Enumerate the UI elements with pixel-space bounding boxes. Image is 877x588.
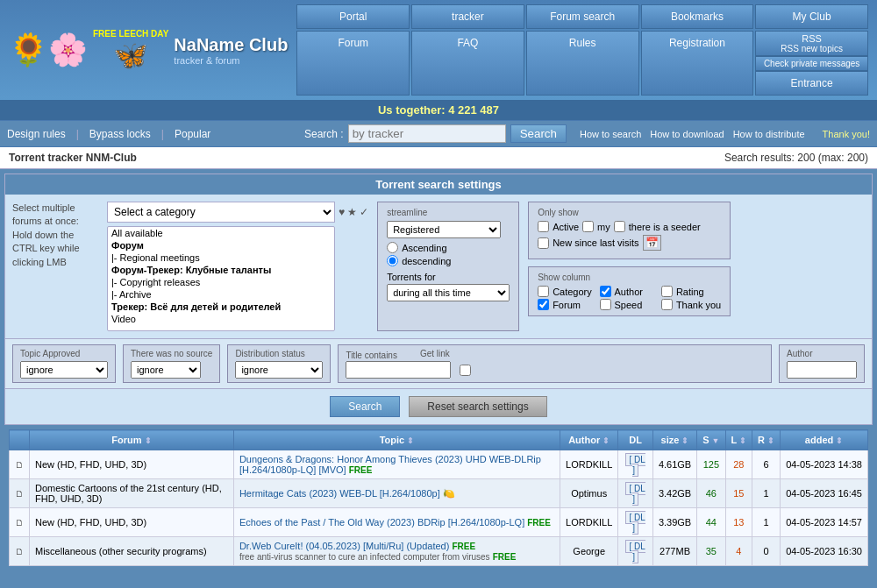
author-col-check[interactable]: Author <box>600 286 660 297</box>
row-dl[interactable]: [ DL ] <box>618 508 653 537</box>
row-rating: 1 <box>752 508 781 537</box>
star-icon[interactable]: ★ <box>347 206 357 218</box>
nav-rules[interactable]: Rules <box>526 31 639 96</box>
nav-my-club[interactable]: My Club <box>755 4 868 29</box>
row-dl[interactable]: [ DL ] <box>618 450 653 479</box>
topic-link[interactable]: Hermitage Cats (2023) WEB-DL [H.264/1080… <box>239 488 455 499</box>
no-source-select[interactable]: ignore yes no <box>131 361 201 379</box>
design-rules-link[interactable]: Design rules <box>7 128 66 140</box>
topic-approved-box: Topic Approved ignore approved not appro… <box>12 344 116 383</box>
reset-button[interactable]: Reset search settings <box>409 396 546 417</box>
nav-entrance[interactable]: Entrance <box>755 71 868 96</box>
free-leech-badge: FREE LEECH DAY <box>93 29 168 39</box>
how-to-distribute-link[interactable]: How to distribute <box>733 129 805 139</box>
row-author: Optimus <box>560 479 618 508</box>
nav-forum-search[interactable]: Forum search <box>526 4 639 29</box>
toolbar: Design rules | Bypass locks | Popular Se… <box>0 120 877 147</box>
row-forum: Miscellaneous (other security programs) <box>30 537 234 566</box>
get-link-checkbox[interactable] <box>460 365 471 376</box>
how-to-search-link[interactable]: How to search <box>580 129 641 139</box>
toolbar-links: Design rules | Bypass locks | Popular <box>7 128 210 140</box>
thankyou-col-check[interactable]: Thank you <box>661 299 721 310</box>
row-dl[interactable]: [ DL ] <box>618 537 653 566</box>
descending-radio[interactable]: descending <box>387 255 510 266</box>
topic-link[interactable]: Dungeons & Dragons: Honor Among Thieves … <box>239 454 541 475</box>
topic-link[interactable]: Dr.Web CureIt! (04.05.2023) [Multi/Ru] (… <box>239 541 475 551</box>
row-author: George <box>560 537 618 566</box>
nav-tracker[interactable]: tracker <box>411 4 524 29</box>
torrents-for-label: Torrents for <box>387 272 510 282</box>
speed-col-checkbox[interactable] <box>600 299 611 310</box>
search-button[interactable]: Search <box>510 124 567 143</box>
forum-listbox[interactable]: All available Форум |- Regional meetings… <box>107 226 335 331</box>
distribution-select[interactable]: ignore active inactive <box>235 361 323 379</box>
descending-radio-input[interactable] <box>387 255 398 266</box>
author-input[interactable] <box>787 361 857 379</box>
author-filter-title: Author <box>787 349 857 358</box>
col-forum[interactable]: Forum ⇕ <box>30 430 234 450</box>
nav-registration[interactable]: Registration <box>641 31 754 96</box>
forum-col-check[interactable]: Forum <box>538 299 597 310</box>
dl-link[interactable]: [ DL ] <box>625 482 645 506</box>
col-r[interactable]: R ⇕ <box>752 430 781 450</box>
nav-faq[interactable]: FAQ <box>411 31 524 96</box>
filter-row: Topic Approved ignore approved not appro… <box>5 338 872 388</box>
ascending-radio[interactable]: Ascending <box>387 242 510 253</box>
dl-link[interactable]: [ DL ] <box>625 511 645 535</box>
thankyou-col-checkbox[interactable] <box>661 299 673 310</box>
row-dl[interactable]: [ DL ] <box>618 479 653 508</box>
col-topic[interactable]: Topic ⇕ <box>233 430 560 450</box>
seeder-checkbox[interactable] <box>614 221 625 232</box>
rating-col-check[interactable]: Rating <box>661 286 721 297</box>
col-l[interactable]: L ⇕ <box>725 430 752 450</box>
show-column-box: Show column Category Author Rating Forum… <box>528 266 731 316</box>
popular-link[interactable]: Popular <box>175 128 210 140</box>
nav-check-private[interactable]: Check private messages <box>755 56 868 71</box>
my-checkbox[interactable] <box>582 221 594 232</box>
ascending-radio-input[interactable] <box>387 242 398 253</box>
topic-link[interactable]: Echoes of the Past / The Old Way (2023) … <box>239 517 551 528</box>
forum-option-children: Трекер: Всё для детей и родителей <box>108 301 334 313</box>
speed-col-check[interactable]: Speed <box>600 299 660 310</box>
search-input[interactable] <box>348 124 506 143</box>
no-source-title: There was no source <box>131 349 212 358</box>
author-col-checkbox[interactable] <box>600 286 611 297</box>
dl-link[interactable]: [ DL ] <box>625 453 645 477</box>
active-label: Active <box>553 222 579 232</box>
nav-bookmarks[interactable]: Bookmarks <box>641 4 754 29</box>
torrents-for-select[interactable]: during all this time today this week thi… <box>387 284 510 301</box>
new-since-checkbox[interactable] <box>538 237 549 249</box>
no-source-box: There was no source ignore yes no <box>123 344 220 383</box>
nav-rss[interactable]: RSS RSS new topics <box>755 31 868 56</box>
category-dropdown[interactable]: Select a category <box>107 202 335 223</box>
row-topic: Echoes of the Past / The Old Way (2023) … <box>233 508 560 537</box>
order-select[interactable]: Registered Name Size Seeders Leechers <box>387 221 501 238</box>
active-checkbox[interactable] <box>538 221 549 232</box>
col-added[interactable]: added ⇕ <box>781 430 868 450</box>
category-col-checkbox[interactable] <box>538 286 549 297</box>
check-icon[interactable]: ✓ <box>360 206 368 218</box>
heart-icon[interactable]: ♥ <box>339 206 345 218</box>
nav-forum[interactable]: Forum <box>296 31 410 96</box>
search-action-button[interactable]: Search <box>330 396 400 417</box>
forum-option-regional: |- Regional meetings <box>108 251 334 264</box>
nav-portal[interactable]: Portal <box>296 4 410 29</box>
search-results-count: Search results: 200 (max: 200) <box>724 152 868 164</box>
how-to-download-link[interactable]: How to download <box>650 129 724 139</box>
row-forum: New (HD, FHD, UHD, 3D) <box>30 508 234 537</box>
topic-approved-select[interactable]: ignore approved not approved <box>20 361 108 379</box>
category-col-check[interactable]: Category <box>538 286 597 297</box>
title-contains-input[interactable] <box>346 361 451 379</box>
col-s[interactable]: S ▼ <box>697 430 725 450</box>
rating-col-checkbox[interactable] <box>661 286 673 297</box>
row-size: 4.61GB <box>652 450 696 479</box>
site-tagline: tracker & forum <box>174 55 288 66</box>
dl-link[interactable]: [ DL ] <box>625 540 645 563</box>
col-size[interactable]: size ⇕ <box>652 430 696 450</box>
search-actions: Search Reset search settings <box>5 388 872 424</box>
forum-col-checkbox[interactable] <box>538 299 549 310</box>
bypass-locks-link[interactable]: Bypass locks <box>89 128 151 140</box>
col-author[interactable]: Author ⇕ <box>560 430 618 450</box>
us-together-count: 4 221 487 <box>448 103 499 117</box>
row-seeders: 46 <box>697 479 725 508</box>
